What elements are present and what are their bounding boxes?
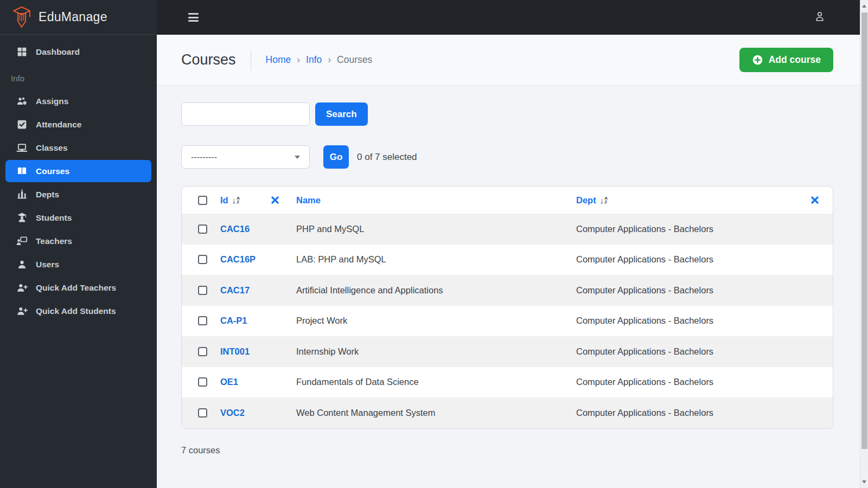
course-dept: Computer Applications - Bachelors [576, 316, 791, 326]
course-dept: Computer Applications - Bachelors [576, 254, 791, 265]
table-summary: 7 courses [181, 445, 833, 455]
graduate-icon [16, 212, 28, 223]
checkbox-check-icon [16, 119, 28, 130]
course-id-link[interactable]: CAC16 [220, 224, 271, 234]
scrollbar-thumb[interactable] [861, 12, 867, 449]
action-select[interactable]: --------- [181, 145, 310, 169]
plus-circle-icon [752, 54, 763, 66]
app-logo[interactable]: EduManage [0, 0, 157, 35]
course-id-link[interactable]: CAC17 [220, 285, 271, 296]
sidebar-item-assigns[interactable]: Assigns [0, 89, 157, 113]
sidebar-nav: Dashboard Info Assigns Attendance [0, 35, 157, 323]
breadcrumb: Home › Info › Courses [266, 54, 373, 66]
course-id-link[interactable]: CAC16P [220, 254, 271, 265]
person-add-icon [16, 282, 28, 293]
clear-sort-id-icon[interactable] [271, 196, 296, 204]
app-title: EduManage [39, 10, 107, 24]
column-header-dept[interactable]: Dept ↓AZ [576, 195, 791, 206]
sidebar-item-label: Users [36, 260, 59, 269]
open-book-icon [16, 165, 28, 177]
sidebar-item-quick-add-teachers[interactable]: Quick Add Teachers [0, 276, 157, 299]
add-course-button[interactable]: Add course [739, 48, 833, 72]
add-course-label: Add course [769, 54, 821, 66]
user-menu[interactable] [813, 10, 826, 25]
row-checkbox[interactable] [198, 377, 207, 387]
page-header: Courses Home › Info › Courses Add course [157, 35, 860, 86]
sidebar: EduManage Dashboard Info Assigns [0, 0, 157, 488]
breadcrumb-home-link[interactable]: Home [266, 54, 291, 66]
row-checkbox[interactable] [198, 316, 207, 325]
sidebar-item-quick-add-students[interactable]: Quick Add Students [0, 299, 157, 323]
course-name: PHP and MySQL [296, 224, 576, 234]
presenter-icon [16, 235, 28, 247]
sidebar-item-attendance[interactable]: Attendance [0, 113, 157, 136]
person-icon [16, 259, 28, 270]
sidebar-item-depts[interactable]: Depts [0, 183, 157, 206]
scroll-up-arrow-icon[interactable] [860, 1, 868, 11]
user-avatar-icon [813, 10, 826, 23]
course-name: Web Content Management System [296, 408, 576, 418]
scroll-down-arrow-icon[interactable] [860, 477, 868, 487]
selection-status: 0 of 7 selected [357, 152, 417, 163]
action-bar: --------- Go 0 of 7 selected [181, 145, 833, 169]
search-bar: Search [181, 102, 833, 126]
course-name: LAB: PHP and MySQL [296, 254, 576, 265]
table-row: CAC16P LAB: PHP and MySQL Computer Appli… [182, 245, 833, 275]
action-select-value: --------- [191, 152, 217, 162]
sidebar-item-label: Quick Add Teachers [36, 283, 116, 293]
sidebar-item-classes[interactable]: Classes [0, 136, 157, 159]
row-checkbox[interactable] [198, 347, 207, 356]
sidebar-item-label: Students [36, 213, 72, 223]
person-add-icon [16, 305, 28, 317]
table-row: CAC17 Artificial Intelligence and Applic… [182, 275, 833, 306]
search-input[interactable] [181, 102, 310, 126]
search-button[interactable]: Search [315, 102, 368, 126]
content-area: Search --------- Go 0 of 7 selected Id ↓… [157, 102, 860, 455]
course-dept: Computer Applications - Bachelors [576, 377, 791, 387]
topbar [157, 0, 860, 35]
row-checkbox[interactable] [198, 224, 207, 234]
sidebar-item-label: Attendance [36, 120, 81, 130]
course-id-link[interactable]: CA-P1 [220, 316, 271, 326]
app-window: EduManage Dashboard Info Assigns [0, 0, 868, 488]
row-checkbox[interactable] [198, 408, 207, 418]
users-gear-icon [16, 95, 28, 107]
course-dept: Computer Applications - Bachelors [576, 285, 791, 296]
course-name: Fundamentals of Data Science [296, 377, 576, 387]
row-checkbox[interactable] [198, 286, 207, 295]
breadcrumb-current: Courses [337, 54, 372, 66]
course-id-link[interactable]: OE1 [220, 377, 271, 387]
course-id-link[interactable]: INT001 [220, 346, 271, 357]
sidebar-section-info: Info [0, 63, 157, 89]
sidebar-item-users[interactable]: Users [0, 253, 157, 276]
table-header-row: Id ↓AZ Name Dept ↓AZ [182, 187, 833, 214]
sidebar-item-courses[interactable]: Courses [5, 160, 151, 182]
sidebar-item-label: Quick Add Students [36, 306, 116, 316]
table-row: CA-P1 Project Work Computer Applications… [182, 306, 833, 337]
sidebar-item-label: Assigns [36, 97, 68, 106]
column-header-id[interactable]: Id ↓AZ [220, 195, 271, 206]
page-scrollbar[interactable] [860, 0, 868, 488]
breadcrumb-separator: › [297, 54, 300, 66]
sidebar-item-students[interactable]: Students [0, 206, 157, 229]
course-name: Internship Work [296, 346, 576, 357]
clear-sort-dept-icon[interactable] [791, 196, 833, 204]
sidebar-toggle-hamburger-icon[interactable] [188, 13, 199, 22]
row-checkbox[interactable] [198, 255, 207, 264]
sort-az-icon: ↓AZ [600, 196, 608, 204]
sidebar-item-label: Classes [36, 143, 68, 153]
sidebar-item-teachers[interactable]: Teachers [0, 229, 157, 253]
course-id-link[interactable]: VOC2 [220, 408, 271, 418]
sidebar-item-dashboard[interactable]: Dashboard [0, 40, 157, 63]
page-title: Courses [181, 52, 236, 68]
table-row: CAC16 PHP and MySQL Computer Application… [182, 214, 833, 245]
breadcrumb-separator: › [328, 54, 331, 66]
go-button[interactable]: Go [323, 145, 349, 169]
column-header-name[interactable]: Name [296, 195, 576, 206]
breadcrumb-info-link[interactable]: Info [306, 54, 322, 66]
table-row: INT001 Internship Work Computer Applicat… [182, 336, 833, 367]
sort-az-icon: ↓AZ [232, 196, 240, 204]
sidebar-item-label: Dashboard [36, 47, 80, 57]
select-all-checkbox[interactable] [198, 196, 207, 205]
table-row: OE1 Fundamentals of Data Science Compute… [182, 367, 833, 398]
